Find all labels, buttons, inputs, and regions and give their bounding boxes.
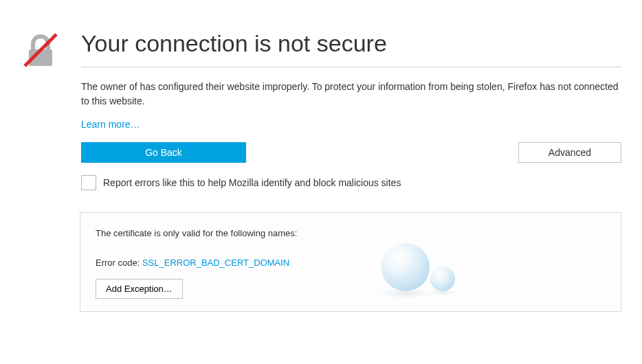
content-column: Your connection is not secure The owner …	[81, 30, 621, 312]
cert-valid-names-line: The certificate is only valid for the fo…	[96, 228, 606, 238]
desc-suffix: has configured their website improperly.…	[81, 81, 619, 106]
error-code-link[interactable]: SSL_ERROR_BAD_CERT_DOMAIN	[142, 258, 289, 268]
report-row: Report errors like this to help Mozilla …	[81, 175, 621, 190]
error-page: Your connection is not secure The owner …	[0, 0, 642, 326]
advanced-details-box: The certificate is only valid for the fo…	[80, 212, 621, 312]
desc-prefix: The owner of	[81, 81, 140, 92]
error-description: The owner of has configured their websit…	[81, 80, 621, 109]
page-title: Your connection is not secure	[81, 30, 621, 67]
button-row: Go Back Advanced	[81, 142, 621, 163]
add-exception-button[interactable]: Add Exception…	[96, 279, 183, 299]
report-checkbox[interactable]	[81, 175, 96, 190]
report-label: Report errors like this to help Mozilla …	[103, 177, 401, 188]
error-code-label: Error code:	[96, 258, 142, 268]
learn-more-link[interactable]: Learn more…	[81, 119, 140, 130]
advanced-button[interactable]: Advanced	[518, 142, 621, 163]
insecure-lock-icon	[21, 30, 60, 70]
sphere-icon	[430, 266, 455, 291]
warning-icon-column	[21, 30, 62, 312]
go-back-button[interactable]: Go Back	[81, 142, 246, 163]
error-code-line: Error code: SSL_ERROR_BAD_CERT_DOMAIN	[96, 258, 606, 268]
